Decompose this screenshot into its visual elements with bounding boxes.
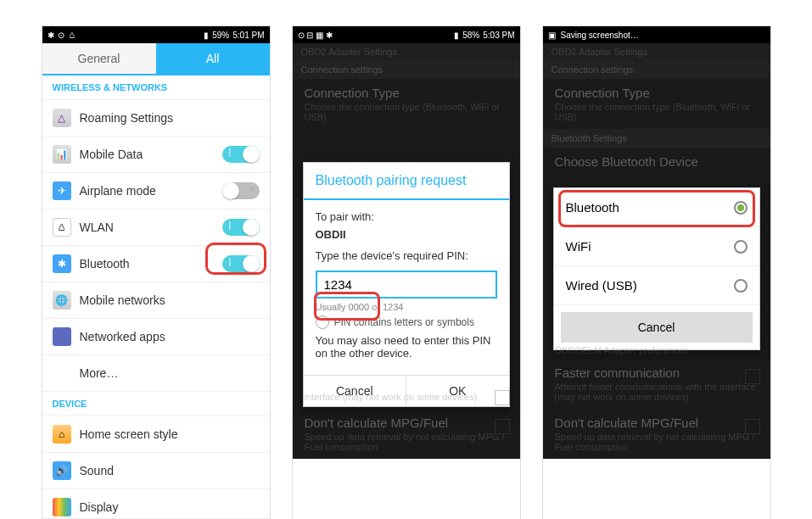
mobile-data-switch[interactable] <box>222 146 260 163</box>
setting-networked-apps[interactable]: Networked apps <box>42 319 270 355</box>
section-device: DEVICE <box>42 392 270 416</box>
wlan-switch[interactable] <box>222 219 260 236</box>
setting-display[interactable]: Display <box>42 489 270 519</box>
tab-general[interactable]: General <box>42 43 156 74</box>
clock-icon: ⊙ <box>58 31 64 40</box>
bluetooth-icon: ✱ <box>53 254 71 273</box>
setting-mobile-data[interactable]: 📊 Mobile Data <box>42 137 270 173</box>
networked-apps-icon <box>53 327 71 346</box>
option-bluetooth[interactable]: Bluetooth <box>554 188 759 227</box>
connection-type-item[interactable]: Connection Type Choose the connection ty… <box>543 79 770 129</box>
status-bar: ▣ Saving screenshot… <box>543 26 770 43</box>
checkbox-icon <box>316 315 329 329</box>
wifi-icon: ⩟ <box>68 31 76 40</box>
airplane-switch[interactable] <box>222 182 260 199</box>
radio-bluetooth[interactable] <box>734 201 748 215</box>
pref-label: OBD2/ELM Adapter preferences <box>543 342 770 359</box>
mobile-data-icon: 📊 <box>53 145 71 164</box>
radio-wired[interactable] <box>734 279 748 293</box>
status-bar: ✱⊙⩟ ▮59%5:01 PM <box>42 26 270 43</box>
cancel-button[interactable]: Cancel <box>561 312 753 343</box>
choose-device-item[interactable]: Choose Bluetooth Device <box>543 148 770 176</box>
setting-mobile-networks[interactable]: 🌐 Mobile networks <box>42 282 270 319</box>
option-wifi[interactable]: WiFi <box>554 227 759 266</box>
connection-type-item[interactable]: Connection Type Choose the connection ty… <box>293 79 520 129</box>
section-bluetooth: Bluetooth Settings <box>543 129 770 148</box>
radio-wifi[interactable] <box>734 240 748 254</box>
setting-sound[interactable]: 🔊 Sound <box>42 453 270 489</box>
section-connection: Connection settings <box>543 60 770 79</box>
pin-hint: Usually 0000 or 1234 <box>316 302 497 312</box>
roaming-icon: △ <box>53 109 71 127</box>
airplane-icon: ✈ <box>53 181 71 200</box>
setting-roaming[interactable]: △ Roaming Settings <box>42 100 270 137</box>
time-label: 5:01 PM <box>232 31 264 40</box>
mpg-item[interactable]: Don't calculate MPG/Fuel Speed up data r… <box>543 409 770 459</box>
phone-1-settings: ✱⊙⩟ ▮59%5:01 PM General All WIRELESS & N… <box>42 25 271 519</box>
breadcrumb: OBD2 Adapter Settings <box>293 43 520 60</box>
dialog-title: Bluetooth pairing request <box>304 163 509 200</box>
signal-icon: ▮ <box>454 31 459 40</box>
bluetooth-icon: ✱ <box>48 31 54 40</box>
saving-label: Saving screenshot… <box>561 31 639 40</box>
tabs: General All <box>42 43 270 75</box>
setting-wlan[interactable]: ⩟ WLAN <box>42 209 270 246</box>
icons: ⊙ ⊟ ▦ ✱ <box>298 31 333 40</box>
pin-note: You may also need to enter this PIN on t… <box>316 334 497 360</box>
battery-label: 59% <box>212 31 229 40</box>
setting-home-screen[interactable]: ⌂ Home screen style <box>42 416 270 453</box>
setting-more[interactable]: More… <box>42 355 270 392</box>
breadcrumb: OBD2 Adapter Settings <box>543 43 770 60</box>
option-wired[interactable]: Wired (USB) <box>554 266 759 305</box>
display-icon <box>53 498 71 516</box>
pin-letters-checkbox[interactable]: PIN contains letters or symbols <box>316 315 497 329</box>
home-icon: ⌂ <box>53 425 71 444</box>
signal-icon: ▮ <box>204 31 209 40</box>
setting-bluetooth[interactable]: ✱ Bluetooth <box>42 246 270 282</box>
section-wireless: WIRELESS & NETWORKS <box>42 75 270 100</box>
sound-icon: 🔊 <box>53 461 71 480</box>
device-name: OBDII <box>316 228 497 241</box>
section-connection: Connection settings <box>293 60 520 79</box>
pair-with-label: To pair with: <box>316 210 497 223</box>
mpg-checkbox[interactable] <box>745 419 760 434</box>
bluetooth-switch[interactable] <box>222 255 260 272</box>
image-icon: ▣ <box>548 31 556 40</box>
status-bar: ⊙ ⊟ ▦ ✱ ▮58%5:03 PM <box>293 26 520 43</box>
faster-item[interactable]: interface (may not work on some devices) <box>293 383 520 409</box>
pin-prompt: Type the device's required PIN: <box>316 249 497 262</box>
mpg-item[interactable]: Don't calculate MPG/Fuel Speed up data r… <box>293 409 520 459</box>
phone-2-pairing: ⊙ ⊟ ▦ ✱ ▮58%5:03 PM OBD2 Adapter Setting… <box>292 25 521 519</box>
faster-item[interactable]: Faster communication Attempt faster comm… <box>543 359 770 409</box>
pin-input[interactable] <box>316 271 497 299</box>
faster-checkbox[interactable] <box>495 390 510 405</box>
connection-type-dialog: Bluetooth WiFi Wired (USB) Cancel <box>553 187 760 350</box>
pairing-dialog: Bluetooth pairing request To pair with: … <box>303 162 510 407</box>
setting-airplane[interactable]: ✈ Airplane mode <box>42 173 270 209</box>
tab-all[interactable]: All <box>156 43 270 74</box>
phone-3-connection-type: ▣ Saving screenshot… OBD2 Adapter Settin… <box>542 25 771 519</box>
mobile-networks-icon: 🌐 <box>53 291 71 310</box>
wlan-icon: ⩟ <box>53 218 71 237</box>
mpg-checkbox[interactable] <box>495 419 510 434</box>
faster-checkbox[interactable] <box>745 369 760 384</box>
